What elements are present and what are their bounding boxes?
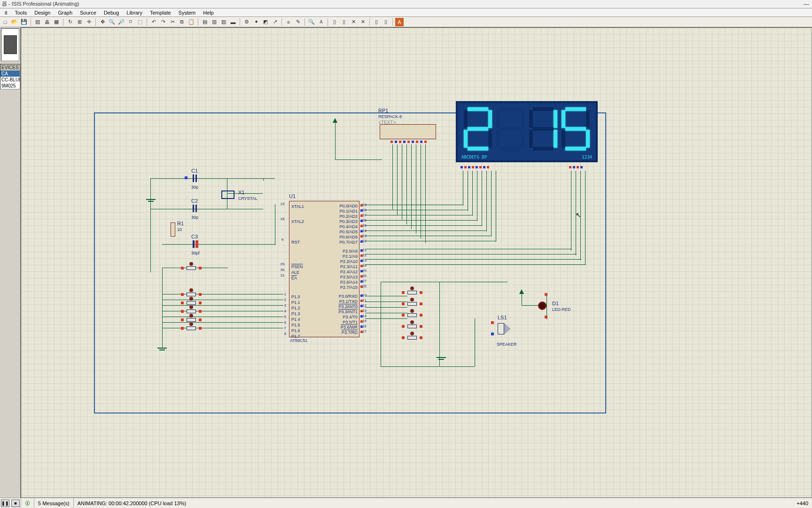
tool-cut-icon[interactable]: ✂ <box>168 18 177 26</box>
tool-search-icon[interactable]: 🔍 <box>307 18 316 26</box>
pinnum: 3 <box>281 303 289 308</box>
tool-copy-icon[interactable]: ⧉ <box>178 18 186 26</box>
wire <box>365 220 407 221</box>
tool-print-area-icon[interactable]: ▧ <box>33 18 42 26</box>
menu-help[interactable]: Help <box>200 10 217 16</box>
tool-blockmove-icon[interactable]: ▥ <box>210 18 219 26</box>
digit-1 <box>464 107 492 151</box>
tool-search2-icon[interactable]: Ａ <box>317 18 325 26</box>
speaker-ls1[interactable] <box>498 323 504 334</box>
menu-library[interactable]: Library <box>124 10 145 16</box>
separator <box>63 18 63 26</box>
pin-state-dot <box>360 325 363 328</box>
tool-decomp-icon[interactable]: ↗ <box>271 18 279 26</box>
menu-design[interactable]: Design <box>31 10 53 16</box>
tool-refresh-icon[interactable]: ↻ <box>66 18 74 26</box>
pin-state-dot <box>360 275 363 278</box>
capacitor-c1[interactable] <box>193 175 197 182</box>
tool-mark-icon[interactable]: ▦ <box>52 18 61 26</box>
tool-bom2-icon[interactable]: ▯ <box>382 18 390 26</box>
pinnum: 23 <box>362 258 367 262</box>
pinnum: 1 <box>281 292 289 296</box>
pin-state-dot <box>360 225 363 227</box>
wire <box>150 178 275 179</box>
wire <box>477 171 477 221</box>
tool-report1-icon[interactable]: ▯ <box>330 18 339 26</box>
menu-edit[interactable]: it <box>2 10 10 16</box>
tool-blockrot-icon[interactable]: ▨ <box>219 18 228 26</box>
menu-debug[interactable]: Debug <box>101 10 122 16</box>
mcu-pin-p37rd: P3.7/RD <box>312 330 358 335</box>
tool-report4-icon[interactable]: ✕ <box>359 18 367 26</box>
wire <box>365 259 581 260</box>
tool-undo-icon[interactable]: ↶ <box>149 18 158 26</box>
tool-zoom-out-icon[interactable]: 🔎 <box>117 18 125 26</box>
tool-bom1-icon[interactable]: ▯ <box>372 18 381 26</box>
mcu-pin-p32int0: P3.2/INT0 <box>312 304 358 309</box>
menu-graph[interactable]: Graph <box>55 10 75 16</box>
wire <box>150 209 263 209</box>
menu-system[interactable]: System <box>176 10 199 16</box>
device-item-1[interactable]: CC-BLUE <box>0 77 20 83</box>
tool-ares-icon[interactable]: A <box>395 18 404 26</box>
status-messages[interactable]: 5 Message(s) <box>34 498 73 508</box>
wire <box>482 171 482 226</box>
capacitor-c3[interactable] <box>193 240 198 248</box>
pinnum: 8 <box>281 332 289 336</box>
tool-blockdel-icon[interactable]: ▬ <box>229 18 237 26</box>
tool-zoom-area-icon[interactable]: ⬚ <box>136 18 144 26</box>
menu-bar: it Tools Design Graph Source Debug Libra… <box>0 8 812 17</box>
tool-report2-icon[interactable]: ▯ <box>340 18 348 26</box>
tool-new-icon[interactable]: □ <box>1 18 9 26</box>
tool-paste-icon[interactable]: 📋 <box>187 18 195 26</box>
tool-origin-icon[interactable]: ✛ <box>85 18 93 26</box>
tool-make-icon[interactable]: ✦ <box>252 18 260 26</box>
sevenseg-display[interactable]: ABCDEFG DP 1234 <box>456 101 598 162</box>
minimize-button[interactable]: — <box>804 1 809 8</box>
overview-window[interactable] <box>1 28 19 61</box>
resistor-r1[interactable] <box>171 222 175 237</box>
device-item-0[interactable]: CA <box>0 71 20 77</box>
menu-tools[interactable]: Tools <box>12 10 30 16</box>
pushbutton-p1-4[interactable] <box>181 325 202 332</box>
pin-state-dot <box>360 209 363 212</box>
wire <box>472 171 473 216</box>
menu-template[interactable]: Template <box>147 10 174 16</box>
tool-print-icon[interactable]: 🖶 <box>43 18 51 26</box>
sim-pause-button[interactable]: ❚❚ <box>1 500 9 507</box>
tool-grid-icon[interactable]: ⊞ <box>75 18 84 26</box>
capacitor-c2[interactable] <box>193 205 197 212</box>
tool-pkg-icon[interactable]: ◩ <box>261 18 270 26</box>
tool-prop-icon[interactable]: ✎ <box>294 18 302 26</box>
status-info-icon[interactable]: 🛈 <box>21 498 34 508</box>
pushbutton-p3-2[interactable] <box>402 312 422 318</box>
pushbutton-p3-0[interactable] <box>402 289 422 296</box>
pushbutton-reset[interactable] <box>181 265 202 271</box>
menu-source[interactable]: Source <box>77 10 99 16</box>
pinnum: 39 <box>362 203 367 207</box>
schematic-canvas[interactable]: RP1 RESPACK-8 <TEXT> <box>21 27 812 498</box>
tool-zoom-all-icon[interactable]: ⌑ <box>126 18 135 26</box>
tool-blockcopy-icon[interactable]: ▤ <box>201 18 209 26</box>
devices-list[interactable]: CA CC-BLUE 9M025 <box>0 71 20 89</box>
tool-redo-icon[interactable]: ↷ <box>159 18 167 26</box>
tool-pick-icon[interactable]: ⚙ <box>242 18 251 26</box>
led-d1[interactable] <box>538 302 547 310</box>
tool-wire-al-icon[interactable]: ≡ <box>284 18 293 26</box>
pushbutton-p3-3[interactable] <box>402 323 422 330</box>
device-item-2[interactable]: 9M025 <box>0 83 20 89</box>
tool-save-icon[interactable]: 💾 <box>20 18 28 26</box>
tool-pan-icon[interactable]: ✥ <box>98 18 107 26</box>
tool-open-icon[interactable]: 📂 <box>10 18 19 26</box>
mcu-pin-psen: PSEN <box>291 264 303 269</box>
sim-stop-button[interactable]: ■ <box>11 500 20 507</box>
pushbutton-p3-4[interactable] <box>402 334 422 341</box>
mcu-pin-p36wr: P3.6/WR <box>312 325 358 330</box>
tool-report3-icon[interactable]: ✕ <box>349 18 358 26</box>
wire <box>365 230 417 231</box>
tool-zoom-in-icon[interactable]: 🔍 <box>108 18 116 26</box>
respack-body[interactable] <box>380 124 436 139</box>
pushbutton-p3-1[interactable] <box>402 301 422 307</box>
crystal-x1[interactable] <box>221 190 234 199</box>
window-title: 器 - ISIS Professional (Animating) <box>2 0 79 8</box>
